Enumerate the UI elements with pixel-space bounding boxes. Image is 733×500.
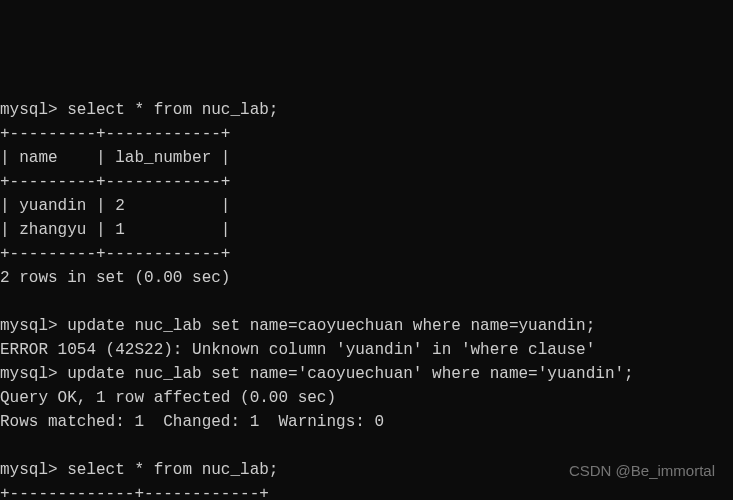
mysql-prompt-line: mysql> select * from nuc_lab;: [0, 461, 278, 479]
table-border: +---------+------------+: [0, 173, 230, 191]
terminal-output[interactable]: mysql> select * from nuc_lab; +---------…: [0, 96, 733, 500]
table-row: | zhangyu | 1 |: [0, 221, 230, 239]
mysql-prompt-line: mysql> update nuc_lab set name='caoyuech…: [0, 365, 634, 383]
table-header: | name | lab_number |: [0, 149, 230, 167]
table-border: +---------+------------+: [0, 125, 230, 143]
rows-matched-line: Rows matched: 1 Changed: 1 Warnings: 0: [0, 413, 384, 431]
mysql-prompt-line: mysql> select * from nuc_lab;: [0, 101, 278, 119]
mysql-prompt-line: mysql> update nuc_lab set name=caoyuechu…: [0, 317, 595, 335]
query-ok-line: Query OK, 1 row affected (0.00 sec): [0, 389, 336, 407]
result-summary: 2 rows in set (0.00 sec): [0, 269, 230, 287]
error-line: ERROR 1054 (42S22): Unknown column 'yuan…: [0, 341, 595, 359]
table-border: +-------------+------------+: [0, 485, 269, 500]
table-border: +---------+------------+: [0, 245, 230, 263]
table-row: | yuandin | 2 |: [0, 197, 230, 215]
watermark-text: CSDN @Be_immortal: [569, 460, 715, 483]
